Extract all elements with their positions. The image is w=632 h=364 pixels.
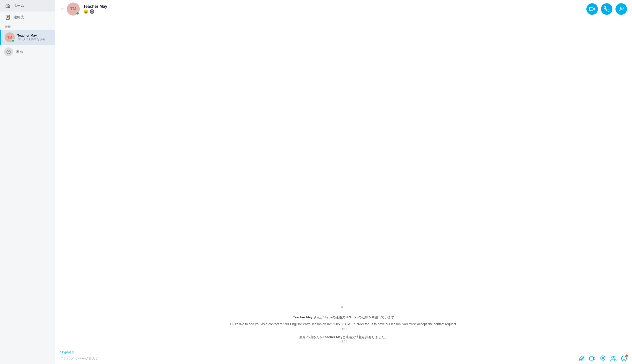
sidebar-item-home[interactable]: ホーム (0, 0, 55, 12)
svg-point-12 (612, 356, 614, 358)
contacts-label: 連絡先 (14, 15, 24, 20)
system-messages: Teacher May さんがSkypeの連絡先リストへの追加を希望しています … (55, 312, 632, 348)
header-online-badge (76, 12, 79, 15)
sidebar: ホーム 連絡先 最新 TM Teacher May コンタクト要求を承諾 (0, 0, 55, 364)
input-row: ● (60, 355, 627, 361)
video-call-button[interactable] (586, 3, 598, 15)
sidebar-item-history[interactable]: 履歴 (0, 45, 55, 59)
home-icon (5, 3, 11, 9)
date-label: 今日 (341, 305, 347, 309)
sidebar-recent-contact[interactable]: TM Teacher May コンタクト要求を承諾 (0, 30, 55, 45)
header-avatar-wrapper: TM (67, 3, 80, 16)
via-label: Skype経由 (60, 350, 627, 354)
sidebar-item-contacts[interactable]: 連絡先 (0, 12, 55, 23)
avatar-wrapper: TM (5, 32, 15, 42)
contact-shared-text: 慶介 小山さんがTeacher Mayと連絡先情報を共有しました。 (299, 335, 388, 339)
contact-request-message: Teacher May さんがSkypeの連絡先リストへの追加を希望しています … (230, 315, 457, 330)
contact-status: コンタクト要求を承諾 (17, 37, 51, 41)
phone-call-button[interactable] (601, 3, 612, 15)
emoji-badge: ● (625, 354, 628, 357)
main-chat: ☆ TM Teacher May 😊 (55, 0, 632, 364)
history-label: 履歴 (16, 50, 23, 54)
contact-shared-message: 慶介 小山さんがTeacher Mayと連絡先情報を共有しました。 11:20 (299, 335, 388, 343)
contact-request-body: Hi, I'd like to add you as a contact for… (230, 322, 457, 327)
contact-share-button[interactable] (610, 355, 616, 361)
chat-input-area: Skype経由 (55, 348, 632, 364)
add-contact-button[interactable] (615, 3, 627, 15)
svg-rect-5 (590, 8, 593, 11)
header-contact-name: Teacher May (83, 4, 586, 9)
chat-header: ☆ TM Teacher May 😊 (55, 0, 632, 18)
svg-rect-10 (590, 357, 593, 360)
home-label: ホーム (14, 4, 24, 8)
clock-icon (90, 9, 94, 14)
svg-point-11 (602, 357, 604, 359)
header-actions (586, 3, 627, 15)
history-icon (4, 47, 13, 56)
location-button[interactable] (600, 355, 606, 361)
date-divider: 今日 (65, 301, 622, 312)
input-toolbar: ● (579, 355, 627, 361)
contact-request-text: Teacher May さんがSkypeの連絡先リストへの追加を希望しています (230, 315, 457, 320)
svg-marker-4 (593, 8, 595, 10)
online-badge (12, 39, 15, 42)
star-icon[interactable]: ☆ (60, 6, 64, 12)
emoji-button[interactable]: ● (621, 355, 627, 361)
empty-space (55, 18, 632, 301)
contact-info: Teacher May コンタクト要求を承諾 (17, 34, 51, 41)
header-status-icons: 😊 (83, 9, 586, 14)
message-input[interactable] (60, 355, 576, 361)
svg-point-1 (7, 16, 9, 18)
chat-body: 今日 Teacher May さんがSkypeの連絡先リストへの追加を希望してい… (55, 18, 632, 348)
contact-request-suffix: さんがSkypeの連絡先リストへの追加を希望しています (312, 315, 394, 319)
contacts-icon (5, 15, 11, 20)
svg-point-6 (620, 7, 622, 9)
contact-name: Teacher May (17, 34, 51, 37)
contact-shared-time: 11:20 (299, 340, 388, 343)
recent-section-label: 最新 (0, 23, 55, 30)
contact-request-time: 11:19 (230, 327, 457, 330)
header-info: Teacher May 😊 (83, 4, 586, 14)
svg-marker-9 (593, 357, 595, 360)
file-send-button[interactable] (579, 355, 585, 361)
mood-emoji: 😊 (83, 9, 88, 14)
video-send-button[interactable] (589, 355, 595, 361)
contact-request-name: Teacher May (293, 315, 312, 319)
